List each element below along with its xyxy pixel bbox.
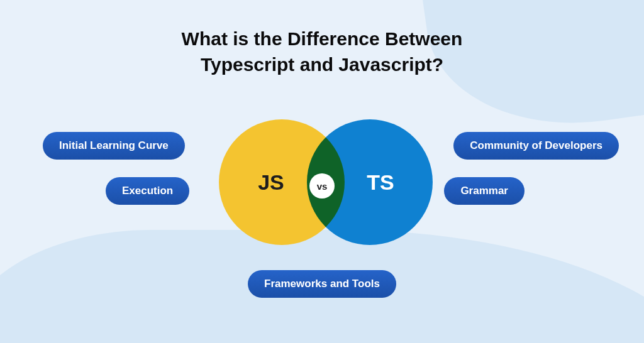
vs-label: vs — [317, 181, 328, 192]
title-line-1: What is the Difference Between — [182, 28, 463, 49]
page-title: What is the Difference Between Typescrip… — [0, 26, 644, 77]
title-line-2: Typescript and Javascript? — [201, 54, 443, 75]
pill-execution: Execution — [106, 177, 189, 205]
venn-diagram: JS TS vs — [215, 113, 429, 251]
pill-label: Frameworks and Tools — [264, 278, 380, 290]
pill-community-of-developers: Community of Developers — [453, 132, 619, 160]
pill-label: Initial Learning Curve — [59, 139, 169, 151]
vs-badge: vs — [309, 173, 335, 199]
pill-grammar: Grammar — [444, 177, 525, 205]
venn-label-ts: TS — [367, 170, 394, 195]
pill-label: Execution — [122, 185, 173, 197]
venn-label-js: JS — [258, 170, 284, 195]
pill-frameworks-and-tools: Frameworks and Tools — [248, 270, 396, 298]
pill-label: Community of Developers — [470, 139, 602, 151]
pill-label: Grammar — [460, 185, 508, 197]
pill-initial-learning-curve: Initial Learning Curve — [43, 132, 185, 160]
